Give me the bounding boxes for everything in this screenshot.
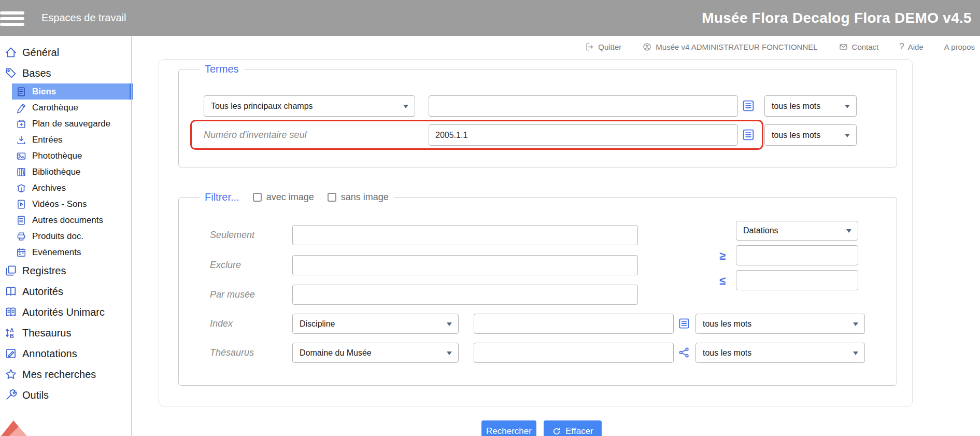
sidebar-item-evenements[interactable]: Evènements [0,244,131,260]
index-input[interactable] [474,314,674,334]
date-lte-link[interactable]: ≤ [719,274,726,288]
thesaurus-sort-icon [4,326,18,340]
terms-match-select[interactable]: tous les mots [764,95,857,117]
sidebar-item-carotheque[interactable]: Carothèque [0,100,131,116]
sidebar-item-label: Thesaurus [22,327,72,339]
logout-icon [585,42,594,52]
home-icon [4,46,18,59]
sidebar-item-produits-doc[interactable]: Produits doc. [0,228,131,244]
with-image-checkbox-group[interactable]: avec image [253,192,314,203]
sidebar-item-label: Vidéos - Sons [32,199,87,209]
authorities-unimarc-icon [4,305,18,319]
thesaurus-hierarchy-icon[interactable] [678,346,690,359]
index-list-picker-icon[interactable] [678,317,690,330]
sidebar-item-label: Biens [32,87,56,97]
sidebar-item-archives[interactable]: Archives [0,180,131,196]
par-musee-input[interactable] [292,285,638,305]
sidebar-item-autorites[interactable]: Autorités [0,281,131,302]
user-menu[interactable]: Musée v4 ADMINISTRATEUR FONCTIONNEL [642,42,817,52]
without-image-checkbox-group[interactable]: sans image [328,192,389,203]
clear-button-label: Effacer [565,426,593,436]
with-image-label: avec image [266,192,314,203]
sidebar-item-videos-sons[interactable]: Vidéos - Sons [0,196,131,212]
sidebar-item-label: Entrées [32,135,63,145]
termes-legend-label: Termes [205,63,239,75]
sidebar-item-plan-de-sauvegarde[interactable]: Plan de sauvegarde [0,116,131,132]
thesaurus-select[interactable]: Domaine du Musée [292,343,459,363]
sidebar-item-label: Outils [22,389,49,401]
star-icon [4,368,18,381]
contact-button[interactable]: Contact [839,42,879,52]
inventory-match-select[interactable]: tous les mots [764,124,857,146]
header-links: Quitter Musée v4 ADMINISTRATEUR FONCTION… [585,41,975,52]
sidebar-item-label: Photothèque [32,151,82,161]
workspace-label[interactable]: Espaces de travail [41,0,126,36]
sidebar-item-autres-documents[interactable]: Autres documents [0,212,131,228]
sidebar-item-label: Archives [32,183,66,193]
date-from-input[interactable] [736,245,858,265]
sidebar-item-label: Bibliothèque [32,167,81,177]
help-label: Aide [908,43,924,51]
annotations-icon [4,347,18,360]
terms-input[interactable] [429,95,738,117]
sidebar-item-label: Autorités [22,286,63,298]
quit-button[interactable]: Quitter [585,42,621,52]
inventory-list-picker-icon[interactable] [742,128,755,142]
search-field-select[interactable]: Tous les principaux champs [204,95,415,117]
library-book-icon [16,166,27,178]
tag-icon [4,66,18,80]
help-button[interactable]: ? Aide [899,41,924,52]
seulement-input[interactable] [292,225,638,245]
inventory-number-input[interactable] [429,124,738,146]
search-button-label: Rechercher [486,426,532,436]
entries-download-icon [16,134,27,146]
date-to-input[interactable] [736,270,858,290]
index-select[interactable]: Discipline [292,314,459,334]
products-doc-icon [16,231,27,242]
contact-label: Contact [852,43,879,51]
sidebar-item-label: Registres [22,265,66,277]
clear-button[interactable]: Effacer [544,420,602,436]
exclure-input[interactable] [292,255,638,275]
sidebar-nav: Général Bases Biens Carothèque Plan de s… [0,36,131,436]
mail-icon [839,42,848,52]
sidebar-item-phototheque[interactable]: Photothèque [0,148,131,164]
sidebar-item-label: Produits doc. [32,231,83,242]
sidebar-item-general[interactable]: Général [0,42,131,63]
datations-select[interactable]: Datations [736,221,858,241]
thesaurus-input[interactable] [474,343,674,363]
seulement-label: Seulement [210,225,254,245]
inventory-number-label: Numéro d'inventaire seul [204,124,307,146]
sidebar-item-annotations[interactable]: Annotations [0,343,131,364]
terms-list-picker-icon[interactable] [742,99,755,112]
sidebar-item-mes-recherches[interactable]: Mes recherches [0,364,131,385]
about-button[interactable]: A propos [944,43,975,51]
tools-icon [4,388,18,402]
menu-icon-bar [0,23,24,26]
sidebar-item-entrees[interactable]: Entrées [0,132,131,148]
with-image-checkbox[interactable] [253,193,262,202]
thesaurus-match-select[interactable]: tous les mots [695,343,865,363]
sidebar-item-outils[interactable]: Outils [0,385,131,405]
date-gte-link[interactable]: ≥ [719,249,726,263]
sidebar-item-thesaurus[interactable]: Thesaurus [0,322,131,343]
sidebar-item-autorites-unimarc[interactable]: Autorités Unimarc [0,302,131,322]
filter-fieldset: Filtrer... avec image sans image Seuleme… [178,197,897,386]
sidebar-item-registres[interactable]: Registres [0,260,131,281]
archive-box-icon [16,182,27,194]
sidebar-item-bases[interactable]: Bases [0,63,131,83]
index-match-select[interactable]: tous les mots [695,314,865,334]
menu-icon-bar [0,17,24,20]
thesaurus-match-select-value: tous les mots [703,348,751,358]
safeguard-plan-icon [16,118,27,130]
datations-select-value: Datations [743,226,778,235]
sidebar-item-label: Plan de sauvegarde [32,119,110,129]
sidebar-item-biens[interactable]: Biens [0,83,131,100]
about-label: A propos [944,43,975,51]
without-image-checkbox[interactable] [328,193,336,202]
sidebar-item-bibliotheque[interactable]: Bibliothèque [0,164,131,180]
menu-icon[interactable] [0,9,24,27]
thesaurus-label: Thésaurus [210,343,254,363]
sidebar-divider [131,36,132,436]
search-button[interactable]: Rechercher [481,420,536,436]
